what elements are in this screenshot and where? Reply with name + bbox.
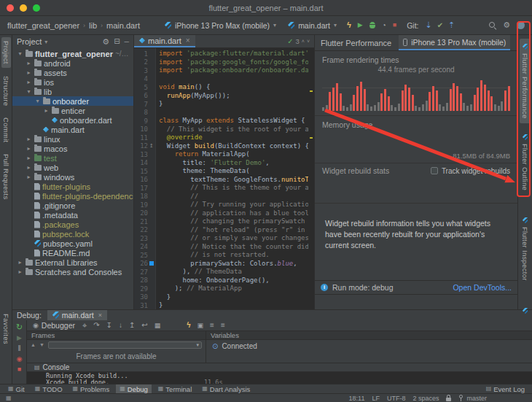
breadcrumb-item-lib[interactable]: lib [89,21,97,30]
status-lf[interactable]: LF [372,395,380,402]
tool-tab-favorites[interactable]: Favorites [1,310,11,348]
code-line[interactable]: class MyApp extends StatelessWidget { [159,117,314,125]
tree-item-flutter-plugins-dependencies[interactable]: flutter-plugins-dependencies [12,191,133,201]
code-line[interactable]: void main() { [159,83,314,92]
toolwindow-button-problems[interactable]: Problems [69,384,114,393]
step-over-icon[interactable] [93,322,99,330]
tool-tab-project[interactable]: Project [1,37,11,68]
code-line[interactable]: @override [159,134,314,142]
code-line[interactable]: // "hot reload" (press "r" in the consol… [159,226,314,235]
code-line[interactable]: import 'package:flutter/material.dart'; [159,50,314,58]
code-line[interactable]: // changing the primarySwatch below to C… [159,217,314,226]
tree-item-metadata[interactable]: .metadata [12,210,133,220]
code-line[interactable]: // Try running your application with "fl… [159,201,314,209]
tree-item-onboarder[interactable]: ▾onboarder [12,96,133,106]
pause-icon[interactable] [17,345,20,352]
settings-icon[interactable] [503,21,510,29]
event-log-button[interactable]: Event Log [486,385,528,393]
tool-tab-flutter-outline[interactable]: Flutter Outline [520,129,531,195]
layout-icon[interactable] [210,322,214,329]
code-line[interactable]: title: 'Flutter Demo', [159,159,314,168]
breadcrumb-item-main-dart[interactable]: main.dart [106,21,140,30]
code-line[interactable]: import 'package:onboarder/onboarder.dart… [159,66,314,75]
track-widget-rebuilds[interactable]: Track widget rebuilds [431,167,510,175]
evaluate-icon[interactable] [154,322,161,330]
status-master[interactable]: master [458,395,487,402]
tool-tab-pull-requests[interactable]: Pull Requests [1,150,11,204]
force-step-into-icon[interactable] [119,322,122,330]
code-line[interactable]: runApp(MyApp()); [159,92,314,101]
code-line[interactable]: Widget build(BuildContext context) { [159,142,314,151]
avatar-icon[interactable] [517,21,525,29]
zoom-window-button[interactable] [33,4,40,12]
lightning-icon[interactable] [187,322,190,329]
code-line[interactable]: // is not restarted. [159,251,314,260]
tree-item-readme-md[interactable]: README.md [12,248,133,258]
tree-item-packages[interactable]: .packages [12,220,133,229]
git-push-icon[interactable] [448,21,455,29]
step-into-icon[interactable] [106,322,112,330]
frame-down-icon[interactable]: ▼ [39,342,44,347]
next-issue-icon[interactable]: ˅ [307,39,310,44]
toolwindow-button-git[interactable]: Git [4,384,28,393]
code-line[interactable]: return MaterialApp( [159,150,314,159]
editor-gutter[interactable]: 123456789101112↥131415161718192021222324… [134,48,156,309]
toolwindow-button-todo[interactable]: TODO [31,384,66,393]
code-line[interactable]: } [159,301,314,309]
code-line[interactable] [159,109,314,117]
profile-icon[interactable] [382,22,386,29]
status-utf-8[interactable]: UTF-8 [387,395,406,402]
code-line[interactable]: // [159,193,314,201]
tree-item-onboarder-dart[interactable]: onboarder.dart [12,115,133,125]
code-line[interactable]: ), // ThemeData [159,268,314,277]
device-selector[interactable]: iPhone 13 Pro Max (mobile) ▾ [165,21,276,30]
stop-debug-icon[interactable] [17,366,21,373]
tree-item-flutter-great-opener[interactable]: ▾flutter_great_opener ~/Documents/logro [12,49,133,58]
code-line[interactable]: theme: ThemeData( [159,167,314,176]
step-out-icon[interactable] [129,322,135,330]
code-line[interactable]: ); // MaterialApp [159,285,314,293]
code-line[interactable]: // or simply save your changes to "hot r… [159,234,314,243]
code-line[interactable]: home: OnboarderPage(), [159,277,314,285]
tree-item-external-libraries[interactable]: ▸External Libraries [12,258,133,267]
toolwindow-button-dart-analysis[interactable]: Dart Analysis [198,384,254,393]
menu-icon[interactable] [221,322,225,329]
lock-icon[interactable] [446,398,451,401]
code-line[interactable] [159,75,314,84]
run-config-selector[interactable]: main.dart ▾ [288,21,337,30]
device-tab[interactable]: iPhone 13 Pro Max (mobile) [399,35,510,50]
frame-up-icon[interactable]: ▲ [31,342,36,347]
thread-selector[interactable]: ▾ [48,341,202,349]
tree-item-assets[interactable]: ▸assets [12,68,133,77]
toolwindows-icon[interactable] [6,395,12,401]
prev-issue-icon[interactable]: ˄ [302,39,305,44]
execution-point-icon[interactable] [82,322,87,330]
tool-tab-flutter-inspector[interactable]: Flutter Inspector [520,212,531,285]
code-line[interactable]: } [159,100,314,109]
close-window-button[interactable] [7,4,14,12]
status-2-spaces[interactable]: 2 spaces [412,395,439,402]
code-line[interactable]: } [159,293,314,302]
debug-icon[interactable] [369,22,375,28]
inspections-widget[interactable]: ✓ 3 ˄ ˅ [287,35,314,47]
hot-reload-icon[interactable] [347,21,351,29]
tree-item-test[interactable]: ▸test [12,153,133,163]
tree-item-gitignore[interactable]: .gitignore [12,201,133,210]
tree-item-main-dart[interactable]: main.dart [12,125,133,134]
code-area[interactable]: import 'package:flutter/material.dart';i… [156,48,314,309]
chevron-down-icon[interactable]: ▾ [44,39,47,45]
git-update-icon[interactable] [426,21,432,29]
code-line[interactable]: primarySwatch: Colors.blue, [159,260,314,268]
code-line[interactable]: // This is the theme of your application… [159,184,314,193]
tool-tab-flutter-performance[interactable]: Flutter Performance [520,39,531,123]
debugger-tab[interactable]: Debugger [33,321,75,330]
hide-icon[interactable] [125,38,129,46]
camera-icon[interactable] [197,322,204,329]
tree-item-pubspec-yaml[interactable]: pubspec.yaml [12,239,133,248]
track-widget-rebuilds-checkbox[interactable] [431,167,438,174]
tree-item-android[interactable]: ▸android [12,58,133,68]
tree-item-enticer[interactable]: ▸enticer [12,106,133,115]
breakpoints-icon[interactable] [17,356,23,363]
code-line[interactable]: // This widget is the root of your appli… [159,125,314,134]
editor-tab-main-dart[interactable]: main.dart × [134,35,195,47]
